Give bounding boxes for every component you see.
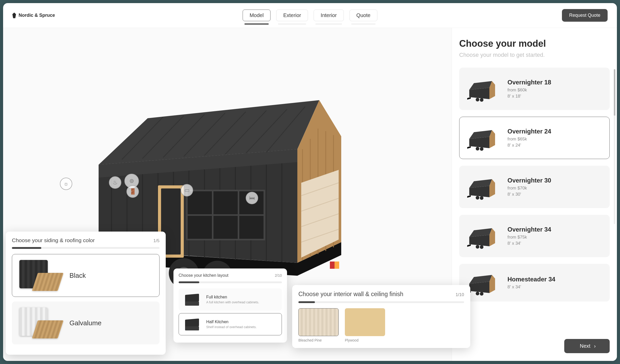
hotspot-sun-icon[interactable]: ☼ [60,178,72,190]
model-card-homesteader-34[interactable]: Homesteader 34 8' x 34' [459,264,610,302]
card-interior: Choose your interior wall & ceiling fini… [292,285,470,348]
finish-label: Bleached Pine [298,338,339,342]
kitchen-thumb [183,292,201,307]
svg-point-59 [476,147,479,151]
swatch-plywood [345,308,385,336]
sidebar-heading: Choose your model [459,38,610,49]
model-card-overnighter-34[interactable]: Overnighter 34 from $75k 8' x 34' [459,215,610,257]
brand: Nordic & Spruce [12,13,243,18]
model-dims: 8' x 34' [507,241,551,246]
hotspot-cook-icon[interactable]: ♨ [109,176,121,189]
finish-option-plywood[interactable]: Plywood [345,308,385,342]
svg-point-66 [480,196,483,200]
card-interior-step: 1/10 [456,292,464,297]
model-price: from $75k [507,235,551,240]
hotspot-bed-icon[interactable]: 🛏 [246,192,258,204]
model-name: Overnighter 34 [507,226,551,233]
siding-option-label: Galvalume [69,319,101,327]
svg-point-65 [476,196,479,200]
svg-marker-52 [467,97,471,100]
svg-point-72 [480,245,483,249]
svg-point-77 [476,292,479,295]
sidebar-subheading: Choose your model to get started. [459,52,610,58]
kitchen-option-name: Half Kitchen [206,320,257,324]
tab-model[interactable]: Model [243,10,271,21]
brand-name: Nordic & Spruce [19,13,55,18]
app-frame: Nordic & Spruce Model Exterior Interior … [3,3,617,361]
sidebar: Choose your model Choose your model to g… [452,28,617,361]
card-interior-title: Choose your interior wall & ceiling fini… [298,291,403,298]
chevron-right-icon: › [594,343,596,349]
tab-interior[interactable]: Interior [314,10,344,21]
card-interior-progress [298,301,464,303]
svg-marker-64 [467,195,471,198]
card-siding-progress [12,247,160,249]
svg-point-53 [476,98,479,101]
kitchen-option-full[interactable]: Full kitchen A full kitchen with overhea… [179,288,282,311]
kitchen-option-desc: Shelf instead of overhead cabinets. [206,325,257,329]
hotspot-door-icon[interactable]: 🚪 [126,185,139,198]
model-price: from $70k [507,186,551,191]
swatch-bleached-pine [298,308,339,336]
siding-option-label: Black [69,272,86,280]
svg-point-78 [480,292,483,296]
kitchen-option-name: Full kitchen [206,295,259,299]
svg-point-60 [480,147,483,151]
model-thumb [467,270,498,296]
finish-option-bleached-pine[interactable]: Bleached Pine [298,308,339,342]
request-quote-button[interactable]: Request Quote [562,9,608,22]
model-card-overnighter-30[interactable]: Overnighter 30 from $70k 8' x 30' [459,166,610,208]
model-price: from $65k [507,137,551,142]
model-thumb [467,223,498,249]
svg-point-71 [476,245,479,249]
sidebar-scroll[interactable]: Choose your model Choose your model to g… [452,28,617,361]
model-name: Overnighter 18 [507,79,551,86]
card-kitchen-title: Choose your kitchen layout [179,273,228,278]
svg-point-54 [480,98,483,102]
hotspot-window-icon[interactable]: ▭ [181,184,193,196]
card-kitchen-progress [179,281,282,283]
model-dims: 8' x 18' [507,94,551,99]
model-dims: 8' x 30' [507,192,551,197]
brand-icon [12,13,16,18]
scrollbar[interactable] [614,69,615,224]
model-thumb [467,174,498,200]
model-price: from $60k [507,88,551,93]
card-siding: Choose your siding & roofing color 1/5 B… [6,232,166,355]
model-thumb [467,125,498,151]
topbar: Nordic & Spruce Model Exterior Interior … [3,3,617,28]
model-dims: 8' x 34' [507,284,555,290]
kitchen-option-desc: A full kitchen with overhead cabinets. [206,300,259,304]
model-card-overnighter-24[interactable]: Overnighter 24 from $65k 8' x 24' [459,117,610,159]
tabs: Model Exterior Interior Quote [243,10,377,21]
model-thumb [467,76,498,102]
kitchen-option-half[interactable]: Half Kitchen Shelf instead of overhead c… [179,313,282,335]
next-button[interactable]: Next › [564,339,610,353]
swatch-black [19,260,61,291]
card-kitchen-step: 2/10 [275,273,282,278]
svg-rect-1 [330,262,335,269]
svg-marker-70 [467,244,471,247]
svg-rect-2 [335,262,339,269]
card-siding-step: 1/5 [153,238,160,243]
siding-option-galvalume[interactable]: Galvalume [12,302,160,344]
card-kitchen: Choose your kitchen layout 2/10 Full kit… [173,268,287,343]
finish-label: Plywood [345,338,385,342]
swatch-galvalume [19,307,61,338]
model-dims: 8' x 24' [507,143,551,148]
card-siding-title: Choose your siding & roofing color [12,237,95,243]
model-card-overnighter-18[interactable]: Overnighter 18 from $60k 8' x 18' [459,68,610,110]
tab-quote[interactable]: Quote [349,10,377,21]
svg-marker-58 [467,146,471,149]
next-label: Next [580,343,590,349]
kitchen-thumb [183,317,201,331]
model-name: Homesteader 34 [507,276,555,283]
siding-option-black[interactable]: Black [12,254,160,297]
model-name: Overnighter 24 [507,128,551,135]
tab-exterior[interactable]: Exterior [276,10,308,21]
model-name: Overnighter 30 [507,177,551,184]
